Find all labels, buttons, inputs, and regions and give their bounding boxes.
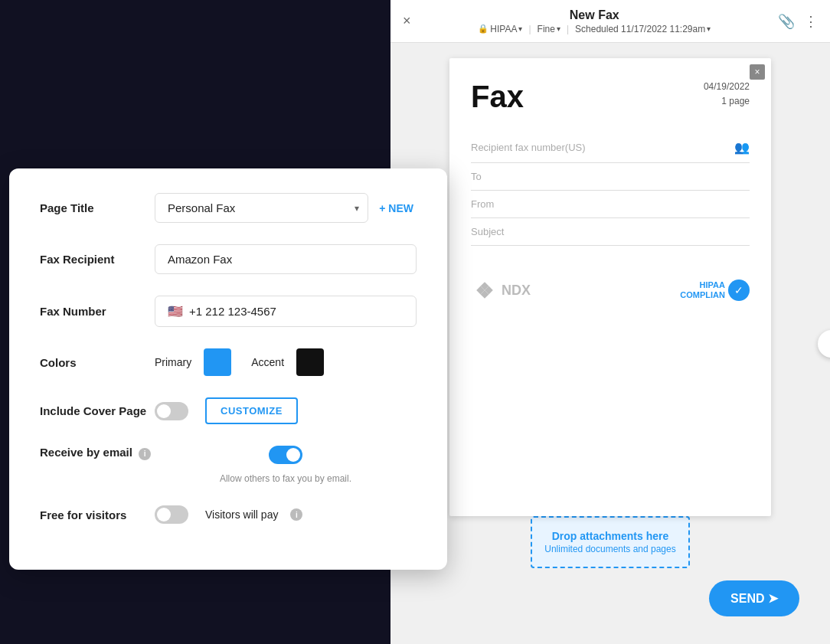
cover-page-control: CUSTOMIZE <box>155 397 417 424</box>
subject-label: Subject <box>471 226 750 237</box>
fax-recipient-control <box>155 244 417 274</box>
customize-button[interactable]: CUSTOMIZE <box>205 397 298 424</box>
drop-zone-title: Drop attachments here <box>544 530 675 542</box>
fax-number-input[interactable] <box>189 305 404 318</box>
window-title: New Fax <box>411 8 778 22</box>
hipaa-check-icon: ✓ <box>728 280 750 301</box>
fax-header: Fax 04/19/2022 1 page <box>471 80 750 114</box>
fax-fields: Recipient fax number(US) 👥 To From Subje… <box>471 132 750 246</box>
new-button[interactable]: + NEW <box>376 196 417 221</box>
to-label: To <box>471 171 750 182</box>
accent-color-swatch[interactable] <box>296 348 324 376</box>
drop-zone-subtitle: Unlimited documents and pages <box>544 544 675 554</box>
from-label: From <box>471 198 750 210</box>
email-control: Allow others to fax you by email. <box>155 446 417 484</box>
email-toggle[interactable] <box>269 446 302 464</box>
fax-number-control: 🇺🇸 <box>155 296 417 327</box>
fax-recipient-input[interactable] <box>155 244 417 274</box>
attachment-icon[interactable]: 📎 <box>778 13 795 30</box>
hipaa-badge: HIPAA COMPLIAN ✓ <box>680 280 750 301</box>
ndx-icon <box>471 276 498 304</box>
recipient-fax-field: Recipient fax number(US) 👥 <box>471 132 750 163</box>
colors-control: Primary Accent <box>155 348 417 376</box>
primary-label: Primary <box>155 356 191 368</box>
page-title-dropdown: Personal Fax ▾ <box>155 193 368 223</box>
top-bar-actions: 📎 ⋮ <box>778 13 818 30</box>
fax-number-row: Fax Number 🇺🇸 <box>40 296 417 327</box>
subject-field: Subject <box>471 218 750 246</box>
quality-indicator[interactable]: Fine ▾ <box>538 24 560 34</box>
fax-card-close-button[interactable]: × <box>750 64 765 80</box>
visitors-label: Free for visitors <box>40 508 155 521</box>
cover-page-toggle[interactable] <box>155 402 188 420</box>
accent-label: Accent <box>251 356 284 368</box>
schedule-indicator[interactable]: Scheduled 11/17/2022 11:29am ▾ <box>575 24 711 34</box>
hipaa-text: HIPAA COMPLIAN <box>680 280 725 300</box>
visitors-control: Visitors will pay i <box>155 505 417 524</box>
cover-page-toggle-slider <box>155 402 188 420</box>
fax-recipient-label: Fax Recipient <box>40 253 155 266</box>
from-field: From <box>471 191 750 218</box>
page-title-select[interactable]: Personal Fax <box>155 193 368 223</box>
page-title-row: Page Title Personal Fax ▾ + NEW <box>40 193 417 223</box>
to-field: To <box>471 163 750 191</box>
fax-footer: NDX HIPAA COMPLIAN ✓ <box>471 246 750 304</box>
cover-page-row: Include Cover Page CUSTOMIZE <box>40 397 417 424</box>
fax-pages: 1 page <box>704 94 750 109</box>
drop-zone[interactable]: Drop attachments here Unlimited document… <box>531 516 689 568</box>
colors-row: Colors Primary Accent <box>40 348 417 376</box>
email-top <box>269 446 302 464</box>
fax-preview-card: × Fax 04/19/2022 1 page Recipient fax nu… <box>449 58 771 516</box>
visitors-info-icon: i <box>290 508 302 521</box>
page-title-control: Personal Fax ▾ + NEW <box>155 193 417 223</box>
email-subtitle: Allow others to fax you by email. <box>220 473 351 484</box>
fax-date: 04/19/2022 <box>704 80 750 94</box>
flag-icon: 🇺🇸 <box>168 304 183 319</box>
fax-content-area: › × Fax 04/19/2022 1 page Recipient fax … <box>390 43 830 644</box>
send-button[interactable]: SEND ➤ <box>709 580 799 616</box>
fax-date-info: 04/19/2022 1 page <box>704 80 750 109</box>
fax-number-input-wrap: 🇺🇸 <box>155 296 417 327</box>
colors-label: Colors <box>40 356 155 369</box>
recipient-fax-label: Recipient fax number(US) <box>471 142 734 153</box>
fax-title: Fax <box>471 80 524 114</box>
visitors-toggle-slider <box>155 505 188 524</box>
cover-page-label: Include Cover Page <box>40 404 155 417</box>
top-bar-center: New Fax 🔒 HIPAA ▾ | Fine ▾ | Scheduled 1… <box>411 8 778 34</box>
visitors-row: Free for visitors Visitors will pay i <box>40 505 417 524</box>
top-bar-meta: 🔒 HIPAA ▾ | Fine ▾ | Scheduled 11/17/202… <box>411 24 778 34</box>
top-bar: × New Fax 🔒 HIPAA ▾ | Fine ▾ | Scheduled… <box>390 0 830 43</box>
hipaa-indicator[interactable]: 🔒 HIPAA ▾ <box>478 24 522 34</box>
page-title-label: Page Title <box>40 201 155 214</box>
email-row: Receive by email i Allow others to fax y… <box>40 446 417 484</box>
contacts-icon[interactable]: 👥 <box>734 140 750 155</box>
email-toggle-slider <box>269 446 302 464</box>
settings-panel: Page Title Personal Fax ▾ + NEW Fax Reci… <box>9 168 447 570</box>
app-window: × New Fax 🔒 HIPAA ▾ | Fine ▾ | Scheduled… <box>390 0 830 644</box>
more-menu-icon[interactable]: ⋮ <box>804 13 818 30</box>
email-info-icon: i <box>139 448 151 460</box>
next-arrow[interactable]: › <box>818 330 830 358</box>
fax-recipient-row: Fax Recipient <box>40 244 417 274</box>
ndx-logo: NDX <box>471 276 531 304</box>
fax-number-label: Fax Number <box>40 305 155 318</box>
primary-color-swatch[interactable] <box>204 348 231 376</box>
email-label: Receive by email i <box>40 446 155 460</box>
visitors-toggle[interactable] <box>155 505 188 524</box>
close-button[interactable]: × <box>403 13 411 29</box>
visitors-pay-label: Visitors will pay <box>205 508 278 521</box>
